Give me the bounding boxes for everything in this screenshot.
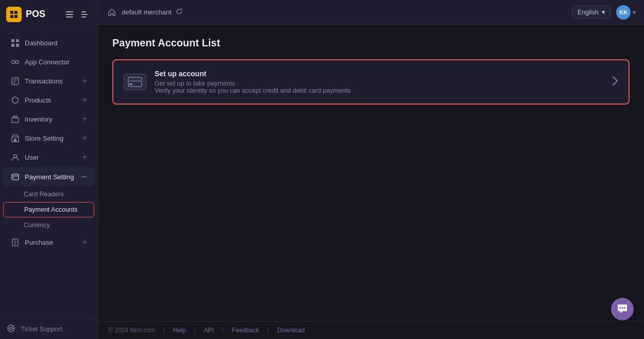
setup-account-card[interactable]: Set up account Get set up to take paymen…	[112, 59, 630, 105]
chat-button[interactable]	[611, 298, 634, 320]
sidebar-sub-currency[interactable]: Currency	[3, 218, 94, 232]
svg-rect-1	[14, 11, 18, 14]
sidebar-header: POS	[0, 0, 97, 29]
setup-card-subtitle: Get set up to take payments Verify your …	[155, 80, 604, 94]
ticket-support-label: Ticket Support	[21, 326, 62, 333]
svg-rect-26	[12, 174, 19, 180]
svg-point-34	[10, 327, 12, 330]
language-label: English	[578, 9, 599, 16]
svg-rect-22	[13, 116, 17, 118]
footer-copyright: © 2024 item.com	[108, 327, 155, 334]
sidebar-item-purchase[interactable]: Purchase +	[3, 233, 94, 251]
footer-api-link[interactable]: API	[204, 327, 214, 334]
svg-rect-5	[66, 14, 73, 15]
sidebar-item-label: Transactions	[25, 77, 63, 85]
sidebar-item-label: Payment Setting	[25, 173, 74, 181]
products-add-icon: +	[82, 96, 87, 104]
transactions-icon	[10, 76, 20, 86]
logo-icon	[6, 7, 22, 22]
sidebar-footer: Ticket Support	[0, 319, 97, 339]
svg-rect-0	[10, 11, 13, 14]
sidebar-item-app-connector[interactable]: App Connector	[3, 53, 94, 71]
sidebar-item-label: Inventory	[25, 115, 52, 123]
avatar: KK	[616, 5, 631, 20]
home-icon[interactable]	[106, 7, 117, 18]
purchase-icon	[10, 238, 20, 247]
payment-setting-collapse-icon: −	[81, 172, 87, 182]
sidebar-item-store-setting[interactable]: Store Setting +	[3, 129, 94, 147]
dashboard-icon	[10, 38, 20, 47]
ticket-support-btn[interactable]: Ticket Support	[7, 325, 90, 334]
sidebar-sub-label: Card Readers	[24, 191, 64, 198]
svg-rect-24	[14, 139, 16, 142]
svg-rect-8	[81, 14, 88, 15]
svg-rect-2	[10, 15, 13, 18]
setup-card-body: Set up account Get set up to take paymen…	[155, 70, 604, 94]
svg-rect-42	[624, 307, 625, 309]
inventory-add-icon: +	[82, 115, 87, 123]
store-setting-add-icon: +	[82, 134, 87, 142]
transactions-add-icon: +	[82, 77, 87, 85]
svg-rect-39	[129, 83, 132, 85]
sidebar-sub-label: Payment Accounts	[24, 206, 78, 213]
footer-help-link[interactable]: Help	[173, 327, 186, 334]
setup-card-arrow-icon	[612, 76, 618, 89]
svg-rect-4	[66, 11, 73, 12]
language-selector[interactable]: English ▾	[572, 6, 611, 19]
svg-rect-28	[13, 177, 14, 178]
breadcrumb: default merchant	[106, 7, 183, 18]
sidebar-item-label: User	[25, 154, 39, 161]
breadcrumb-merchant: default merchant	[122, 8, 172, 16]
sidebar-item-payment-setting[interactable]: Payment Setting −	[3, 167, 94, 187]
user-add-icon: +	[82, 153, 87, 161]
dropdown-icon: ▾	[602, 8, 605, 16]
svg-rect-12	[11, 44, 14, 47]
sidebar-sub-label: Currency	[24, 222, 50, 229]
svg-rect-11	[16, 39, 19, 42]
store-setting-icon	[10, 133, 20, 143]
sidebar-item-dashboard[interactable]: Dashboard	[3, 33, 94, 52]
footer-feedback-link[interactable]: Feedback	[232, 327, 259, 334]
sidebar-collapse-btn[interactable]	[79, 8, 91, 21]
svg-rect-9	[81, 16, 86, 18]
svg-rect-7	[81, 11, 86, 12]
sidebar-sub-card-readers[interactable]: Card Readers	[3, 187, 94, 201]
sidebar-item-user[interactable]: User +	[3, 148, 94, 166]
sidebar: POS	[0, 0, 98, 339]
avatar-btn[interactable]: KK ▾	[616, 5, 636, 20]
svg-rect-38	[128, 80, 142, 82]
topbar: default merchant English ▾ KK ▾	[98, 0, 644, 25]
page-title: Payment Account List	[112, 37, 630, 49]
sidebar-item-label: Products	[25, 96, 51, 104]
svg-rect-41	[622, 307, 623, 309]
sidebar-sub-payment-accounts[interactable]: Payment Accounts	[3, 202, 94, 217]
svg-rect-13	[16, 44, 19, 47]
svg-rect-40	[619, 307, 621, 309]
svg-rect-3	[14, 15, 18, 18]
sidebar-item-transactions[interactable]: Transactions +	[3, 72, 94, 90]
topbar-right: English ▾ KK ▾	[572, 5, 636, 20]
sidebar-item-label: App Connector	[25, 58, 70, 66]
svg-point-25	[13, 155, 16, 158]
svg-rect-10	[11, 39, 14, 42]
purchase-add-icon: +	[82, 238, 87, 246]
ticket-icon	[7, 325, 15, 334]
credit-card-icon	[124, 74, 146, 90]
payment-setting-icon	[10, 172, 20, 181]
refresh-icon[interactable]	[176, 8, 183, 16]
main-content: default merchant English ▾ KK ▾ Payme	[98, 0, 644, 339]
logo-text: POS	[26, 9, 45, 20]
svg-point-15	[15, 60, 19, 63]
sidebar-item-products[interactable]: Products +	[3, 91, 94, 109]
products-icon	[10, 95, 20, 105]
sidebar-item-label: Purchase	[25, 239, 53, 246]
avatar-dropdown-icon: ▾	[633, 9, 636, 16]
footer: © 2024 item.com | Help | API | Feedback …	[98, 321, 644, 339]
sidebar-item-label: Dashboard	[25, 39, 58, 47]
sidebar-item-inventory[interactable]: Inventory +	[3, 110, 94, 128]
user-icon	[10, 152, 20, 162]
inventory-icon	[10, 114, 20, 124]
footer-download-link[interactable]: Download	[277, 327, 304, 334]
page-content: Payment Account List Set up account Get …	[98, 25, 644, 321]
sidebar-menu-btn[interactable]	[63, 8, 76, 21]
